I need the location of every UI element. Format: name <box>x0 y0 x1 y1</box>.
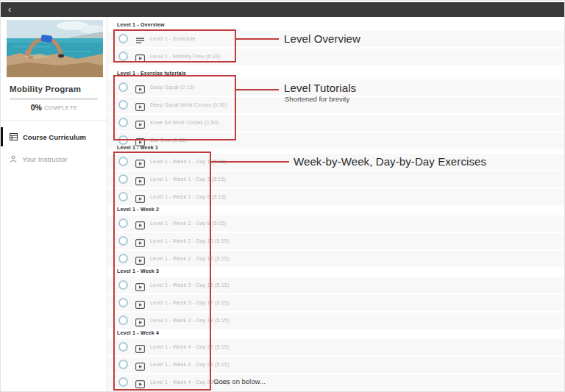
video-icon <box>135 85 145 93</box>
curriculum-list: Level 1 - OverviewLevel 1 - ScheduleLeve… <box>108 17 564 391</box>
completion-circle[interactable] <box>118 34 128 43</box>
sidebar-item-label: Your Instructor <box>22 155 67 163</box>
back-chevron-icon[interactable]: ‹ <box>8 4 11 15</box>
completion-circle[interactable] <box>118 342 128 352</box>
video-icon <box>135 103 145 111</box>
completion-circle[interactable] <box>118 298 128 307</box>
annotation-label-tutorials: Level Tutorials <box>284 82 356 94</box>
top-navigation-bar: ‹ <box>1 2 564 17</box>
curriculum-page: ‹ Mobility Program <box>0 0 565 392</box>
video-icon <box>135 318 145 327</box>
lecture-title: Level 1 - Week 4 - Day 24 (5:15) <box>150 362 229 367</box>
lecture-title: Level 1 - Week 4 - Day 22 (5:15) <box>150 344 229 349</box>
section-header: Level 1 - Week 2 <box>117 207 159 212</box>
lecture-title: Level 1 - Mobility Flow (6:33) <box>150 54 220 59</box>
completion-circle[interactable] <box>118 316 128 325</box>
course-sidebar: Mobility Program 0%COMPLETE Course Curri… <box>1 17 107 391</box>
continuation-note: Goes on below... <box>213 377 266 385</box>
completion-circle[interactable] <box>118 218 128 228</box>
completion-circle[interactable] <box>118 377 128 387</box>
video-icon <box>135 283 145 291</box>
video-icon <box>135 239 145 247</box>
video-icon <box>135 221 145 229</box>
video-icon <box>135 363 145 371</box>
sidebar-divider <box>1 120 107 121</box>
lecture-row[interactable]: Level 1 - Week 4 - Day 24 (5:15) <box>108 357 564 373</box>
lecture-title: Level 1 - Week 2 - Day 8 (5:15) <box>150 221 226 226</box>
completion-circle[interactable] <box>118 135 128 145</box>
progress-label: COMPLETE <box>44 104 77 111</box>
lecture-row[interactable]: Level 1 - Week 1 - Day 3 (5:15) <box>108 171 564 188</box>
lecture-row[interactable]: Level 1 - Week 4 - Day 22 (5:15) <box>108 339 564 355</box>
video-icon <box>135 54 145 63</box>
section-header: Level 1 - Exercise tutorials <box>117 71 186 76</box>
lecture-row[interactable]: Level 1 - Week 3 - Day 15 (5:15) <box>108 277 564 293</box>
document-icon <box>135 37 145 45</box>
completion-circle[interactable] <box>118 192 128 202</box>
lecture-row[interactable]: Level 1 - Week 2 - Day 10 (5:15) <box>108 233 564 249</box>
completion-circle[interactable] <box>118 100 128 110</box>
lecture-row[interactable]: Cat Cow (1:55) <box>108 132 564 149</box>
lecture-title: Deep Squat (2:16) <box>150 85 195 90</box>
lecture-title: Level 1 - Week 2 - Day 10 (5:15) <box>150 238 229 243</box>
lecture-row[interactable]: Level 1 - Week 1 - Day 5 (5:15) <box>108 189 564 205</box>
sidebar-item-label: Course Curriculum <box>23 133 86 141</box>
bridge-pose-photo-illustration <box>7 20 103 77</box>
lecture-row[interactable]: Level 1 - Week 4 - Day 26 (5:15) <box>108 374 564 391</box>
video-icon <box>135 177 145 185</box>
lecture-title: Level 1 - Schedule <box>150 36 196 41</box>
lecture-row[interactable]: Level 1 - Mobility Flow (6:33) <box>108 49 564 65</box>
sidebar-item-course-curriculum[interactable]: Course Curriculum <box>1 127 107 146</box>
completion-circle[interactable] <box>118 236 128 246</box>
lecture-title: Deep Squat Wrist Circles (0:30) <box>150 102 227 107</box>
video-icon <box>135 380 145 388</box>
section-header: Level 1 - Week 3 <box>117 268 159 274</box>
section-header: Level 1 - Overview <box>117 22 165 27</box>
annotation-label-overview: Level Overview <box>284 32 360 45</box>
completion-circle[interactable] <box>118 174 128 184</box>
completion-circle[interactable] <box>118 280 128 290</box>
lecture-title: Level 1 - Week 1 - Day 3 (5:15) <box>150 177 226 182</box>
completion-circle[interactable] <box>118 254 128 263</box>
completion-circle[interactable] <box>118 82 128 92</box>
lecture-title: Level 1 - Week 3 - Day 19 (5:15) <box>150 318 229 323</box>
lecture-title: Level 1 - Week 3 - Day 15 (5:15) <box>150 282 229 288</box>
lecture-title: Level 1 - Week 2 - Day 12 (5:15) <box>150 256 229 261</box>
lecture-title: Cat Cow (1:55) <box>150 138 187 143</box>
lecture-title: Level 1 - Week 1 - Day 1 (5:15) <box>150 159 226 164</box>
sidebar-item-your-instructor[interactable]: Your Instructor <box>1 149 107 168</box>
instructor-icon <box>10 155 17 163</box>
video-icon <box>135 195 145 203</box>
progress-status: 0%COMPLETE <box>1 103 107 112</box>
video-icon <box>135 301 145 309</box>
progress-percent: 0% <box>31 103 42 112</box>
curriculum-icon <box>10 133 18 140</box>
course-thumbnail-image <box>7 20 103 77</box>
completion-circle[interactable] <box>118 157 128 166</box>
video-icon <box>135 121 145 129</box>
course-title: Mobility Program <box>10 85 81 93</box>
lecture-row[interactable]: Level 1 - Week 3 - Day 19 (5:15) <box>108 313 564 329</box>
lecture-row[interactable]: Knee Sit Wrist Circles (1:50) <box>108 115 564 131</box>
completion-circle[interactable] <box>118 118 128 127</box>
annotation-sublabel-tutorials: Shortened for brevity <box>285 95 349 103</box>
video-icon <box>135 257 145 265</box>
completion-circle[interactable] <box>118 51 128 61</box>
lecture-row[interactable]: Level 1 - Week 2 - Day 12 (5:15) <box>108 251 564 267</box>
lecture-title: Level 1 - Week 3 - Day 17 (5:15) <box>150 300 229 305</box>
completion-circle[interactable] <box>118 360 128 369</box>
lecture-title: Level 1 - Week 1 - Day 5 (5:15) <box>150 194 226 199</box>
section-header: Level 1 - Week 4 <box>117 330 159 335</box>
lecture-title: Knee Sit Wrist Circles (1:50) <box>150 120 219 125</box>
video-icon <box>135 345 145 353</box>
lecture-row[interactable]: Level 1 - Week 2 - Day 8 (5:15) <box>108 215 564 232</box>
lecture-row[interactable]: Level 1 - Week 3 - Day 17 (5:15) <box>108 295 564 311</box>
section-header: Level 1 - week 1 <box>117 145 158 150</box>
annotation-label-weeks: Week-by-Week, Day-by-Day Exercises <box>294 155 486 168</box>
video-icon <box>135 160 145 168</box>
progress-bar <box>10 98 98 100</box>
